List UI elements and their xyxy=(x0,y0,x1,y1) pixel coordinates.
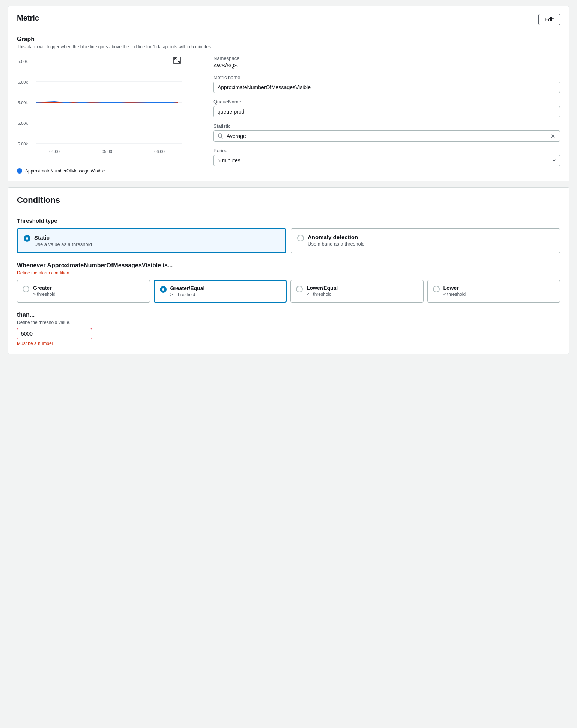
metric-title: Metric xyxy=(17,14,39,22)
graph-legend: ApproximateNumberOfMessagesVisible xyxy=(17,168,204,174)
lower-radio xyxy=(433,286,440,292)
static-radio xyxy=(24,235,30,242)
whenever-title: Whenever ApproximateNumberOfMessagesVisi… xyxy=(17,262,560,269)
condition-lower[interactable]: Lower < threshold xyxy=(427,280,560,303)
metric-name-input[interactable] xyxy=(213,82,560,93)
edit-button[interactable]: Edit xyxy=(538,14,560,25)
greater-option-text: Greater > threshold xyxy=(33,285,56,297)
threshold-type-grid: Static Use a value as a threshold Anomal… xyxy=(17,228,560,253)
threshold-type-label: Threshold type xyxy=(17,217,560,224)
legend-dot xyxy=(17,168,22,174)
greater-equal-radio xyxy=(160,286,167,293)
graph-title: Graph xyxy=(17,36,560,43)
graph-container: 5.00k 5.00k 5.00k 5.00k 5.00k xyxy=(17,55,560,174)
anomaly-option-text: Anomaly detection Use a band as a thresh… xyxy=(308,234,365,247)
x-label-2: 05:00 xyxy=(102,149,112,154)
anomaly-option-title: Anomaly detection xyxy=(308,234,365,240)
condition-lower-equal[interactable]: Lower/Equal <= threshold xyxy=(290,280,424,303)
metric-header: Metric Edit xyxy=(17,14,560,30)
graph-subtitle: This alarm will trigger when the blue li… xyxy=(17,44,560,49)
statistic-label: Statistic xyxy=(213,123,560,129)
expand-icon[interactable] xyxy=(174,57,180,64)
metric-section: Metric Edit Graph This alarm will trigge… xyxy=(8,6,569,181)
namespace-label: Namespace xyxy=(213,55,560,61)
lower-equal-title: Lower/Equal xyxy=(307,285,338,291)
period-field-group: Period 1 minute 5 minutes 10 minutes 15 … xyxy=(213,148,560,166)
statistic-input[interactable] xyxy=(227,133,550,139)
statistic-field-group: Statistic xyxy=(213,123,560,142)
greater-title: Greater xyxy=(33,285,56,291)
error-text: Must be a number xyxy=(17,341,560,346)
period-select[interactable]: 1 minute 5 minutes 10 minutes 15 minutes… xyxy=(213,155,560,166)
static-option-desc: Use a value as a threshold xyxy=(34,241,92,247)
than-subtitle: Define the threshold value. xyxy=(17,320,560,325)
statistic-search-wrapper[interactable] xyxy=(213,130,560,142)
conditions-title: Conditions xyxy=(17,195,560,210)
y-label-5: 5.00k xyxy=(18,142,28,146)
svg-line-10 xyxy=(221,137,223,138)
threshold-value-input[interactable] xyxy=(17,328,92,339)
condition-greater[interactable]: Greater > threshold xyxy=(17,280,150,303)
conditions-section: Conditions Threshold type Static Use a v… xyxy=(8,187,569,354)
lower-option-text: Lower < threshold xyxy=(443,285,466,297)
greater-radio xyxy=(23,286,29,292)
namespace-value: AWS/SQS xyxy=(213,63,560,69)
static-option-text: Static Use a value as a threshold xyxy=(34,234,92,247)
lower-title: Lower xyxy=(443,285,466,291)
condition-greater-equal[interactable]: Greater/Equal >= threshold xyxy=(154,280,287,303)
queue-name-field-group: QueueName xyxy=(213,99,560,117)
period-label: Period xyxy=(213,148,560,153)
static-threshold-option[interactable]: Static Use a value as a threshold xyxy=(17,228,286,253)
lower-equal-radio xyxy=(296,286,303,292)
graph-section: Graph This alarm will trigger when the b… xyxy=(17,36,560,174)
clear-icon[interactable] xyxy=(550,133,556,139)
than-title: than... xyxy=(17,312,560,318)
anomaly-threshold-option[interactable]: Anomaly detection Use a band as a thresh… xyxy=(291,228,560,253)
y-label-2: 5.00k xyxy=(18,80,28,84)
queue-name-label: QueueName xyxy=(213,99,560,105)
y-label-3: 5.00k xyxy=(18,100,28,105)
queue-name-input[interactable] xyxy=(213,106,560,117)
lower-desc: < threshold xyxy=(443,292,466,297)
svg-point-9 xyxy=(218,134,222,137)
x-label-3: 06:00 xyxy=(154,149,165,154)
lower-equal-option-text: Lower/Equal <= threshold xyxy=(307,285,338,297)
namespace-field-group: Namespace AWS/SQS xyxy=(213,55,560,69)
greater-equal-title: Greater/Equal xyxy=(170,285,205,291)
y-label-1: 5.00k xyxy=(18,59,28,64)
metric-name-label: Metric name xyxy=(213,75,560,80)
metric-name-field-group: Metric name xyxy=(213,75,560,93)
static-option-title: Static xyxy=(34,234,92,241)
graph-svg: 5.00k 5.00k 5.00k 5.00k 5.00k xyxy=(17,55,197,164)
x-label-1: 04:00 xyxy=(49,149,60,154)
period-select-wrapper: 1 minute 5 minutes 10 minutes 15 minutes… xyxy=(213,155,560,166)
legend-label: ApproximateNumberOfMessagesVisible xyxy=(25,168,105,174)
anomaly-option-desc: Use a band as a threshold xyxy=(308,241,365,247)
graph-area: 5.00k 5.00k 5.00k 5.00k 5.00k xyxy=(17,55,204,174)
condition-options-grid: Greater > threshold Greater/Equal >= thr… xyxy=(17,280,560,303)
y-label-4: 5.00k xyxy=(18,121,28,126)
metric-fields-panel: Namespace AWS/SQS Metric name QueueName … xyxy=(213,55,560,172)
greater-equal-option-text: Greater/Equal >= threshold xyxy=(170,285,205,297)
greater-equal-desc: >= threshold xyxy=(170,292,205,297)
whenever-subtitle: Define the alarm condition. xyxy=(17,270,560,276)
search-icon xyxy=(218,133,224,139)
anomaly-radio xyxy=(297,235,304,241)
lower-equal-desc: <= threshold xyxy=(307,292,338,297)
greater-desc: > threshold xyxy=(33,292,56,297)
